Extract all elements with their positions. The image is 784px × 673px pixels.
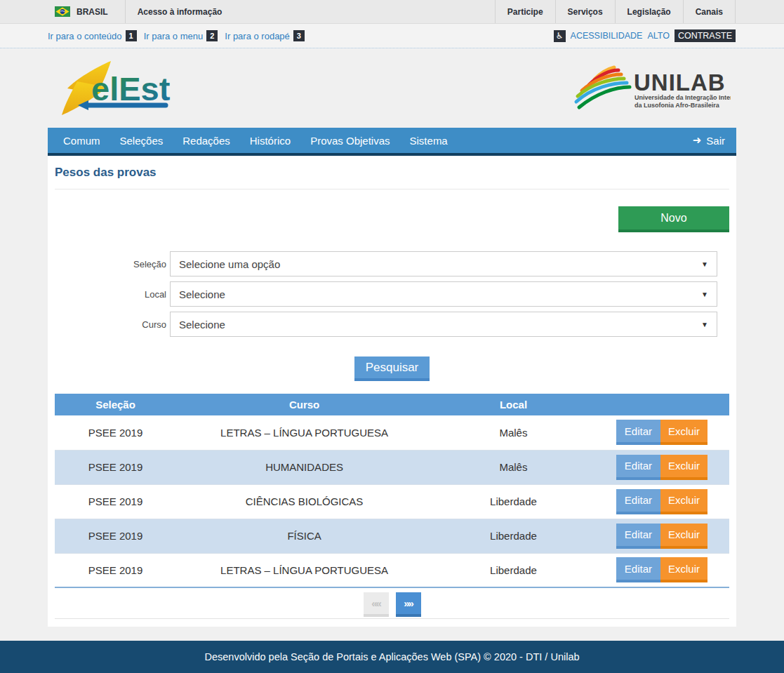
gov-link-canais[interactable]: Canais (683, 0, 736, 23)
unilab-tagline-2: da Lusofonia Afro-Brasileira (634, 102, 720, 109)
excluir-button[interactable]: Excluir (660, 524, 707, 549)
form-row-selecao: Seleção Selecione uma opção ▼ (55, 251, 729, 276)
government-bar: BRASIL Acesso à informação Participe Ser… (0, 0, 784, 24)
accessibility-bar: Ir para o conteúdo 1 Ir para o menu 2 Ir… (0, 24, 784, 48)
sair-button[interactable]: ➜ Sair (682, 128, 736, 153)
cell-local: Liberdade (432, 553, 594, 587)
results-table-body: PSEE 2019 LETRAS – LÍNGUA PORTUGUESA Mal… (55, 415, 729, 587)
row-actions: Editar Excluir (616, 489, 707, 514)
row-actions: Editar Excluir (616, 557, 707, 582)
row-actions: Editar Excluir (616, 524, 707, 549)
table-header-row: Seleção Curso Local (55, 394, 729, 415)
table-row: PSEE 2019 CIÊNCIAS BIOLÓGICAS Liberdade … (55, 484, 729, 519)
page-title: Pesos das provas (55, 156, 729, 189)
cell-actions: Editar Excluir (594, 415, 729, 450)
nav-item-provas-objetivas[interactable]: Provas Objetivas (300, 128, 399, 153)
site-header: elEst UNILAB Universidade da Integração … (48, 48, 736, 128)
header-actions (594, 394, 729, 415)
editar-button[interactable]: Editar (616, 524, 660, 549)
cell-curso: LETRAS – LÍNGUA PORTUGUESA (176, 415, 432, 450)
novo-button[interactable]: Novo (618, 206, 729, 232)
skip-key-badge: 3 (293, 30, 305, 41)
curso-select[interactable]: Selecione ▼ (170, 312, 717, 337)
table-row: PSEE 2019 LETRAS – LÍNGUA PORTUGUESA Lib… (55, 553, 729, 587)
table-row: PSEE 2019 LETRAS – LÍNGUA PORTUGUESA Mal… (55, 415, 729, 450)
page-footer: Desenvolvido pela Seção de Portais e Apl… (0, 641, 784, 673)
skip-key-badge: 1 (126, 30, 137, 41)
brasil-link[interactable]: BRASIL (42, 0, 125, 23)
cell-actions: Editar Excluir (594, 519, 729, 553)
excluir-button[interactable]: Excluir (660, 489, 707, 514)
row-actions: Editar Excluir (616, 455, 707, 480)
selecao-select[interactable]: Selecione uma opção ▼ (170, 251, 717, 276)
editar-button[interactable]: Editar (616, 489, 660, 514)
excluir-button[interactable]: Excluir (660, 420, 707, 445)
skip-link-rodape[interactable]: Ir para o rodapé (225, 31, 290, 41)
editar-button[interactable]: Editar (616, 420, 660, 445)
editar-button[interactable]: Editar (616, 455, 660, 480)
unilab-tagline-1: Universidade da Integração Internacional (634, 94, 731, 101)
cell-curso: CIÊNCIAS BIOLÓGICAS (176, 484, 432, 519)
selest-logo[interactable]: elEst (55, 60, 173, 116)
cell-curso: FÍSICA (176, 519, 432, 553)
skip-link-conteudo[interactable]: Ir para o conteúdo (48, 31, 122, 41)
cell-local: Liberdade (432, 484, 594, 519)
excluir-button[interactable]: Excluir (660, 557, 707, 582)
excluir-button[interactable]: Excluir (660, 455, 707, 480)
cell-local: Malês (432, 450, 594, 484)
table-row: PSEE 2019 HUMANIDADES Malês Editar Exclu… (55, 450, 729, 484)
header-curso: Curso (176, 394, 432, 415)
cell-actions: Editar Excluir (594, 484, 729, 519)
form-row-local: Local Selecione ▼ (55, 281, 729, 307)
contraste-toggle[interactable]: CONTRASTE (675, 29, 736, 42)
cell-selecao: PSEE 2019 (55, 450, 176, 484)
prev-page-button: «« (364, 592, 389, 617)
cell-selecao: PSEE 2019 (55, 415, 176, 450)
unilab-logo: UNILAB Universidade da Integração Intern… (569, 65, 731, 112)
editar-button[interactable]: Editar (616, 557, 660, 582)
cell-actions: Editar Excluir (594, 450, 729, 484)
chevron-down-icon: ▼ (701, 260, 708, 268)
acesso-informacao-link[interactable]: Acesso à informação (126, 0, 234, 23)
acessibilidade-link[interactable]: ACESSIBILIDADE (571, 31, 643, 41)
curso-label: Curso (55, 319, 170, 330)
chevron-down-icon: ▼ (701, 321, 708, 328)
nav-item-historico[interactable]: Histórico (240, 128, 300, 153)
accessibility-controls: ♿ ACESSIBILIDADE ALTO CONTRASTE (554, 29, 736, 42)
results-table: Seleção Curso Local PSEE 2019 LETRAS – L… (55, 394, 729, 588)
sair-arrow-icon: ➜ (693, 134, 702, 147)
sair-label: Sair (706, 135, 725, 147)
cell-local: Malês (432, 415, 594, 450)
skip-link-menu[interactable]: Ir para o menu (144, 31, 204, 41)
gov-link-participe[interactable]: Participe (495, 0, 555, 23)
pesquisar-button[interactable]: Pesquisar (354, 357, 430, 381)
next-page-button[interactable]: »» (396, 592, 421, 617)
header-selecao: Seleção (55, 394, 176, 415)
gov-link-servicos[interactable]: Serviços (555, 0, 615, 23)
pagination: «« »» (55, 592, 729, 617)
results-table-head: Seleção Curso Local (55, 394, 729, 415)
search-row: Pesquisar (55, 357, 729, 381)
cell-curso: HUMANIDADES (176, 450, 432, 484)
govbar-left: BRASIL Acesso à informação (42, 0, 234, 23)
local-select[interactable]: Selecione ▼ (170, 281, 717, 307)
skip-key-badge: 2 (206, 30, 218, 41)
alto-label[interactable]: ALTO (647, 31, 670, 41)
nav-item-redacoes[interactable]: Redações (173, 128, 240, 153)
main-nav: Comum Seleções Redações Histórico Provas… (48, 128, 736, 156)
footer-text: Desenvolvido pela Seção de Portais e Apl… (204, 651, 579, 662)
brazil-flag-icon (55, 6, 70, 17)
gov-link-legislacao[interactable]: Legislação (615, 0, 683, 23)
chevron-down-icon: ▼ (701, 291, 708, 298)
cell-selecao: PSEE 2019 (55, 484, 176, 519)
nav-item-selecoes[interactable]: Seleções (110, 128, 173, 153)
curso-select-value: Selecione (179, 319, 225, 331)
cell-selecao: PSEE 2019 (55, 519, 176, 553)
nav-item-sistema[interactable]: Sistema (400, 128, 458, 153)
selecao-label: Seleção (55, 259, 170, 269)
unilab-logo-text: UNILAB (634, 69, 726, 95)
nav-item-comum[interactable]: Comum (53, 128, 110, 153)
table-row: PSEE 2019 FÍSICA Liberdade Editar Exclui… (55, 519, 729, 553)
form-row-curso: Curso Selecione ▼ (55, 312, 729, 337)
cell-local: Liberdade (432, 519, 594, 553)
